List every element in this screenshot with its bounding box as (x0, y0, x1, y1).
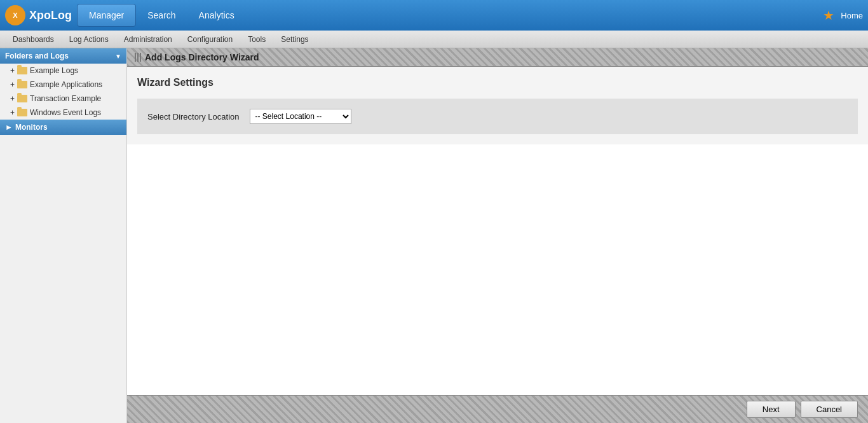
wizard-header: Add Logs Directory Wizard (127, 48, 868, 67)
content-area: Add Logs Directory Wizard Wizard Setting… (127, 48, 868, 423)
settings-btn[interactable]: Settings (273, 32, 316, 46)
select-location-label: Select Directory Location (147, 112, 240, 121)
folders-header-label: Folders and Logs (5, 52, 69, 60)
expand-icon: + (10, 94, 15, 103)
expand-icon: + (10, 108, 15, 117)
wizard-settings-title: Wizard Settings (137, 77, 858, 88)
top-nav-bar: X XpoLog Manager Search Analytics ★ Home (0, 0, 868, 31)
administration-btn[interactable]: Administration (116, 32, 180, 46)
search-nav-btn[interactable]: Search (136, 4, 187, 27)
sidebar-item-example-logs[interactable]: + Example Logs (0, 64, 126, 78)
logo-text: XpoLog (29, 9, 72, 22)
top-bar-right: ★ Home (823, 8, 863, 23)
monitors-header[interactable]: ► Monitors (0, 120, 126, 135)
expand-icon: + (10, 80, 15, 89)
configuration-btn[interactable]: Configuration (180, 32, 240, 46)
folders-and-logs-header[interactable]: Folders and Logs ▼ (0, 48, 126, 64)
analytics-nav-btn[interactable]: Analytics (187, 4, 246, 27)
sidebar: Folders and Logs ▼ + Example Logs + Exam… (0, 48, 127, 423)
main-layout: Folders and Logs ▼ + Example Logs + Exam… (0, 48, 868, 423)
wizard-title-bar: Add Logs Directory Wizard (135, 52, 259, 62)
folder-icon (17, 81, 27, 88)
logo-area: X XpoLog (5, 5, 72, 25)
location-select[interactable]: -- Select Location -- (250, 109, 351, 124)
sidebar-item-label-example-logs: Example Logs (30, 66, 78, 75)
wizard-footer: Next Cancel (127, 395, 868, 423)
home-link[interactable]: Home (841, 11, 863, 20)
folder-icon (17, 67, 27, 74)
content-spacer (127, 144, 868, 395)
cancel-button[interactable]: Cancel (801, 401, 858, 418)
log-actions-btn[interactable]: Log Actions (62, 32, 116, 46)
wizard-grip-icon (135, 53, 141, 62)
wizard-form-area: Select Directory Location -- Select Loca… (137, 99, 858, 134)
rss-icon: ★ (823, 8, 834, 23)
monitors-arrow-icon: ► (5, 123, 13, 132)
folders-collapse-icon: ▼ (115, 53, 121, 60)
sidebar-item-example-applications[interactable]: + Example Applications (0, 78, 126, 92)
sidebar-item-label-transaction: Transaction Example (30, 94, 101, 103)
svg-text:X: X (13, 11, 18, 19)
next-button[interactable]: Next (747, 401, 796, 418)
folder-icon (17, 95, 27, 102)
sidebar-item-windows-event-logs[interactable]: + Windows Event Logs (0, 106, 126, 120)
sidebar-item-label-example-apps: Example Applications (30, 80, 102, 89)
logo-icon: X (5, 5, 25, 25)
tools-btn[interactable]: Tools (240, 32, 273, 46)
sidebar-item-transaction-example[interactable]: + Transaction Example (0, 92, 126, 106)
folder-icon (17, 109, 27, 116)
monitors-label: Monitors (15, 123, 48, 132)
wizard-title: Add Logs Directory Wizard (145, 52, 259, 62)
second-nav-bar: Dashboards Log Actions Administration Co… (0, 31, 868, 48)
manager-nav-btn[interactable]: Manager (77, 4, 136, 27)
wizard-settings-panel: Wizard Settings Select Directory Locatio… (127, 67, 868, 144)
dashboards-btn[interactable]: Dashboards (5, 32, 62, 46)
expand-icon: + (10, 66, 15, 75)
sidebar-item-label-windows-events: Windows Event Logs (30, 108, 101, 117)
